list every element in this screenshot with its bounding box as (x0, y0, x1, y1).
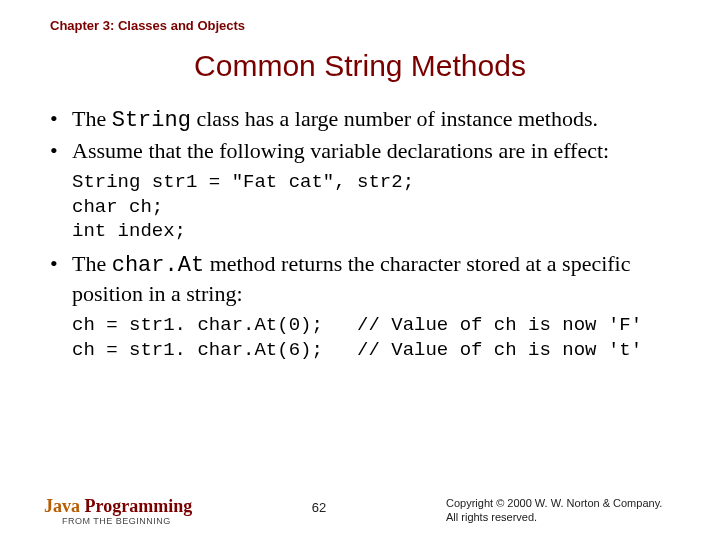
brand-main: Java Programming (44, 496, 192, 517)
slide: Chapter 3: Classes and Objects Common St… (0, 0, 720, 540)
copyright: Copyright © 2000 W. W. Norton & Company.… (446, 496, 676, 525)
bullet-code: char.At (112, 253, 204, 278)
bullet-text-pre: The (72, 106, 112, 131)
brand: Java Programming FROM THE BEGINNING (44, 496, 192, 526)
brand-prog: Programming (80, 496, 192, 516)
bullet-text-pre: The (72, 251, 112, 276)
brand-sub: FROM THE BEGINNING (62, 516, 192, 526)
bullet-list-2: The char.At method returns the character… (44, 250, 676, 307)
bullet-text-post: class has a large number of instance met… (191, 106, 598, 131)
bullet-item: Assume that the following variable decla… (44, 137, 676, 165)
bullet-list: The String class has a large number of i… (44, 105, 676, 164)
footer: Java Programming FROM THE BEGINNING 62 C… (44, 496, 676, 526)
page-number: 62 (312, 500, 326, 515)
slide-title: Common String Methods (44, 49, 676, 83)
bullet-item: The char.At method returns the character… (44, 250, 676, 307)
chapter-label: Chapter 3: Classes and Objects (50, 18, 676, 33)
copyright-line2: All rights reserved. (446, 511, 537, 523)
copyright-line1: Copyright © 2000 W. W. Norton & Company. (446, 497, 662, 509)
code-block-1: String str1 = "Fat cat", str2; char ch; … (72, 170, 676, 244)
bullet-item: The String class has a large number of i… (44, 105, 676, 135)
bullet-code: String (112, 108, 191, 133)
bullet-text-pre: Assume that the following variable decla… (72, 138, 609, 163)
code-block-2: ch = str1. char.At(0); // Value of ch is… (72, 313, 676, 362)
brand-java: Java (44, 496, 80, 516)
